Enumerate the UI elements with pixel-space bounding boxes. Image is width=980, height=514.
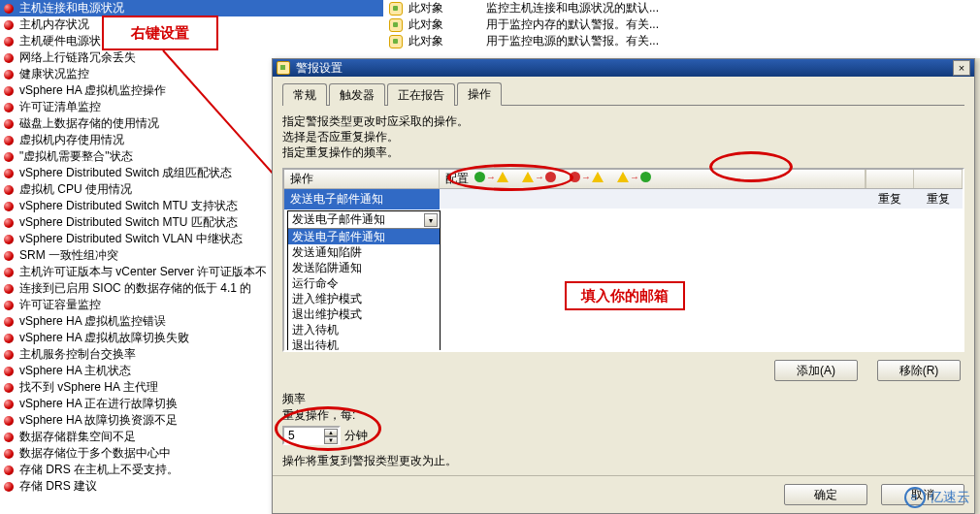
tab-1[interactable]: 触发器 (329, 83, 385, 106)
col-repeat-1 (866, 170, 914, 188)
dropdown-option[interactable]: 退出待机 (288, 337, 440, 352)
alarm-status-icon (4, 350, 14, 360)
alarm-status-icon (4, 20, 14, 30)
cell-config[interactable] (440, 197, 866, 201)
spin-down-icon[interactable]: ▼ (324, 436, 338, 444)
instruction-line: 选择是否应重复操作。 (282, 129, 964, 145)
alarm-label: 主机内存状况 (19, 16, 383, 33)
cancel-button[interactable]: 取消 (881, 484, 964, 505)
alarm-status-icon (4, 416, 14, 426)
col-action[interactable]: 操作 (284, 170, 440, 188)
tab-strip: 常规触发器正在报告操作 (282, 80, 964, 106)
dropdown-option[interactable]: 退出维护模式 (288, 306, 440, 322)
alarm-label: 主机硬件电源状 (19, 33, 383, 49)
cell-repeat-2[interactable]: 重复 (914, 189, 963, 209)
dialog-titlebar[interactable]: 警报设置 × (273, 59, 974, 77)
alarm-status-icon (4, 70, 14, 80)
object-desc: 用于监控电源的默认警报。有关... (486, 33, 980, 49)
frequency-spinner[interactable]: ▲ ▼ (282, 426, 341, 445)
instruction-line: 指定警报类型更改时应采取的操作。 (282, 113, 964, 129)
alarm-row[interactable]: 主机硬件电源状 (0, 33, 383, 49)
alarm-row[interactable]: 主机内存状况 (0, 16, 383, 33)
alarm-status-icon (4, 301, 14, 310)
alarm-status-icon (4, 367, 14, 376)
dropdown-selected-label: 发送电子邮件通知 (292, 211, 385, 228)
dialog-footer: 确定 取消 (273, 475, 974, 513)
actions-table: 操作 配置 → → → → 发送电子邮件通知 (282, 168, 964, 352)
alarm-status-icon (4, 251, 14, 261)
object-desc: 用于监控内存的默认警报。有关... (486, 16, 980, 33)
tab-3[interactable]: 操作 (457, 82, 502, 106)
object-row[interactable]: 此对象用于监控内存的默认警报。有关... (383, 16, 980, 33)
alarm-status-icon (4, 119, 14, 129)
frequency-heading: 频率 (282, 391, 964, 407)
dropdown-option[interactable]: 发送陷阱通知 (288, 260, 440, 275)
ok-button-label: 确定 (814, 487, 837, 503)
cell-repeat-1[interactable]: 重复 (866, 189, 914, 209)
alarm-label: 主机连接和电源状况 (19, 0, 383, 16)
dropdown-option[interactable]: 进入维护模式 (288, 291, 440, 306)
object-row[interactable]: 此对象监控主机连接和电源状况的默认... (383, 0, 980, 16)
table-row[interactable]: 发送电子邮件通知 重复 重复 (284, 189, 963, 209)
alarm-status-icon (4, 218, 14, 228)
action-dropdown[interactable]: 发送电子邮件通知 ▾ 发送电子邮件通知发送通知陷阱发送陷阱通知运行命令进入维护模… (287, 210, 441, 352)
object-target: 此对象 (408, 16, 486, 33)
alarm-settings-dialog: 警报设置 × 常规触发器正在报告操作 指定警报类型更改时应采取的操作。 选择是否… (272, 58, 975, 514)
alarm-status-icon (4, 235, 14, 244)
remove-button[interactable]: 移除(R) (877, 360, 961, 381)
table-button-row: 添加(A) 移除(R) (282, 352, 964, 381)
alarm-status-icon (4, 400, 14, 409)
object-icon (389, 18, 403, 32)
instruction-line: 指定重复操作的频率。 (282, 145, 964, 160)
frequency-label: 重复操作，每: (282, 407, 964, 424)
spin-up-icon[interactable]: ▲ (324, 429, 338, 436)
app-icon (277, 61, 290, 75)
remove-button-label: 移除(R) (899, 363, 939, 379)
chevron-down-icon[interactable]: ▾ (424, 213, 438, 227)
alarm-status-icon (4, 334, 14, 343)
frequency-unit: 分钟 (344, 428, 368, 444)
alarm-status-icon (4, 317, 14, 327)
dialog-body: 常规触发器正在报告操作 指定警报类型更改时应采取的操作。 选择是否应重复操作。 … (273, 77, 974, 475)
object-target: 此对象 (408, 33, 486, 49)
state-transition-icons: → → → → (474, 172, 651, 182)
object-desc: 监控主机连接和电源状况的默认... (486, 0, 980, 16)
add-button-label: 添加(A) (797, 363, 835, 379)
alarm-status-icon (4, 268, 14, 277)
alarm-status-icon (4, 37, 14, 47)
col-config[interactable]: 配置 → → → → (440, 170, 866, 188)
alarm-status-icon (4, 383, 14, 393)
alarm-row[interactable]: 主机连接和电源状况 (0, 0, 383, 16)
close-button[interactable]: × (953, 60, 970, 76)
dropdown-selected[interactable]: 发送电子邮件通知 ▾ (288, 211, 440, 229)
object-target: 此对象 (408, 0, 486, 16)
dropdown-option[interactable]: 发送通知陷阱 (288, 244, 440, 260)
object-row[interactable]: 此对象用于监控电源的默认警报。有关... (383, 33, 980, 49)
col-repeat-2 (914, 170, 963, 188)
add-button[interactable]: 添加(A) (774, 360, 858, 381)
alarm-status-icon (4, 433, 14, 442)
alarm-status-icon (4, 466, 14, 475)
alarm-status-icon (4, 185, 14, 195)
cell-action[interactable]: 发送电子邮件通知 (284, 189, 440, 209)
frequency-input[interactable] (286, 428, 319, 443)
alarm-status-icon (4, 449, 14, 459)
alarm-status-icon (4, 136, 14, 145)
object-icon (389, 35, 403, 48)
tab-2[interactable]: 正在报告 (387, 83, 455, 106)
object-icon (389, 2, 403, 16)
tab-0[interactable]: 常规 (282, 83, 327, 106)
alarm-status-icon (4, 86, 14, 96)
frequency-section: 频率 重复操作，每: ▲ ▼ 分钟 操作将重复到警报类型更改为止。 (282, 391, 964, 469)
alarm-status-icon (4, 53, 14, 63)
alarm-status-icon (4, 152, 14, 162)
actions-table-header: 操作 配置 → → → → (284, 170, 963, 189)
alarm-status-icon (4, 4, 14, 14)
tab-panel-actions: 指定警报类型更改时应采取的操作。 选择是否应重复操作。 指定重复操作的频率。 操… (282, 106, 964, 469)
col-config-label: 配置 (445, 171, 469, 187)
dropdown-option[interactable]: 进入待机 (288, 322, 440, 337)
ok-button[interactable]: 确定 (784, 484, 867, 505)
dropdown-option[interactable]: 发送电子邮件通知 (288, 229, 440, 244)
frequency-note: 操作将重复到警报类型更改为止。 (282, 453, 964, 469)
dropdown-option[interactable]: 运行命令 (288, 275, 440, 291)
